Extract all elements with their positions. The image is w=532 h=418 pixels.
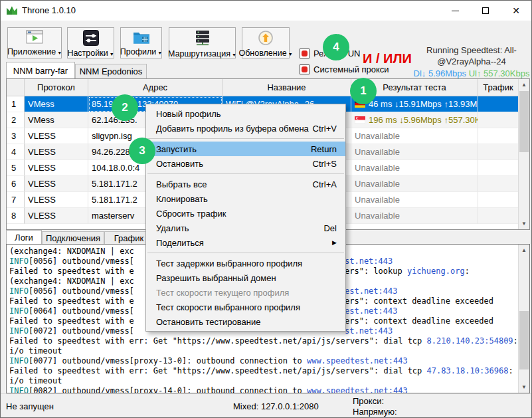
test-result-text: Unavailable	[355, 195, 400, 205]
log-scroll-up-icon[interactable]: ▲	[519, 245, 529, 256]
column-traffic[interactable]: Трафик	[478, 79, 518, 96]
toolbar-button-label: Обновление▼	[238, 49, 292, 58]
annotation-circle-3: 3	[129, 138, 155, 164]
cell-traffic	[478, 208, 518, 224]
cell-protocol: VLESS	[25, 192, 88, 208]
menu-item-label: Новый профиль	[156, 109, 337, 119]
cell-protocol: VLESS	[25, 160, 88, 176]
menu-item-label: Запустить	[156, 144, 311, 154]
toolbar-button-label: Приложение▼	[7, 47, 62, 56]
mixed-listen-address: Mixed: 127.0.0.1:2080	[233, 401, 319, 411]
minimize-button[interactable]	[440, 1, 470, 21]
maximize-button[interactable]	[470, 1, 501, 21]
menu-separator	[147, 253, 344, 253]
column-protocol[interactable]: Протокол	[25, 79, 88, 96]
menu-item-share[interactable]: Поделиться▶	[146, 235, 345, 250]
menu-item-speedtest-selected[interactable]: Тест скорости выбранного профиля	[146, 300, 345, 314]
menu-item-label: Поделиться	[156, 238, 332, 248]
cell-test-result: Unavailable	[351, 176, 478, 192]
menu-item-latency-test-selected[interactable]: Тест задержки выбранного профиля	[146, 256, 345, 270]
column-address[interactable]: Адрес	[88, 79, 222, 96]
menu-item-add-from-clipboard[interactable]: Добавить профиль из буфера обменаCtrl+V	[146, 121, 345, 136]
log-line: Failed to speedtest with err: Get "https…	[9, 366, 517, 376]
tab-connections[interactable]: Подключения	[42, 231, 104, 244]
tab-nnm-epodonios[interactable]: NNM Epodonios	[75, 64, 147, 78]
speedtest-status-line1: Running Speedtest: All-	[412, 45, 531, 56]
menu-item-label: Тест задержки выбранного профиля	[156, 259, 337, 268]
toolbar-button-update[interactable]: Обновление▼	[242, 27, 290, 58]
proxy-label: Прокси:	[353, 396, 397, 407]
menu-item-label: Выбрать все	[156, 179, 313, 189]
menu-item-select-all[interactable]: Выбрать всеCtrl+A	[146, 177, 345, 191]
menu-item-run[interactable]: ЗапуститьReturn	[146, 142, 345, 156]
cell-traffic	[478, 96, 518, 112]
menu-item-reset-traffic[interactable]: Сбросить трафик	[146, 206, 345, 221]
test-result-text: 196 ms ↓5.96Mbps ↑557.30Kbps	[369, 115, 478, 125]
column-number[interactable]	[7, 79, 25, 96]
menu-shortcut: Return	[311, 144, 337, 154]
log-scroll-thumb[interactable]	[519, 311, 529, 369]
cell-traffic	[478, 176, 518, 192]
cell-test-result: Unavailable	[351, 144, 478, 160]
proxy-status: Прокси: Напрямую:	[353, 396, 397, 417]
menu-item-label: Клонировать	[156, 194, 337, 204]
status-bar: Не запущен Mixed: 127.0.0.1:2080 Прокси:…	[1, 393, 531, 417]
menu-item-stop[interactable]: ОстановитьCtrl+S	[146, 156, 345, 171]
annotation-circle-4: 4	[323, 34, 349, 60]
menu-item-speedtest-current: Тест скорости текущего профиля	[146, 285, 345, 300]
window-title: Throne 1.0.10	[22, 5, 76, 15]
test-result-text: Unavailable	[355, 211, 400, 221]
log-scrollbar[interactable]: ▲ ▼	[518, 245, 529, 393]
menu-item-resolve-selected-domain[interactable]: Разрешить выбранный домен	[146, 270, 345, 285]
dropdown-caret-icon: ▼	[110, 52, 114, 56]
checkbox-tun-mode-icon	[300, 49, 310, 58]
row-number: 3	[7, 128, 25, 144]
row-number: 5	[7, 160, 25, 176]
menu-item-new-profile[interactable]: Новый профиль	[146, 106, 345, 121]
toolbar-button-label: Маршрутизация▼	[168, 49, 236, 58]
toolbar-button-routing[interactable]: Маршрутизация▼	[169, 27, 236, 58]
log-line: Failed to speedtest with err: Get "https…	[9, 336, 517, 346]
toolbar-button-app[interactable]: Приложение▼	[7, 27, 62, 58]
test-result-text: 46 ms ↓15.91Mbps ↑13.93Mbps	[369, 99, 478, 109]
toolbar-button-settings[interactable]: Настройки▼	[67, 27, 114, 58]
menu-item-label: Разрешить выбранный домен	[156, 273, 337, 283]
table-scroll-down-icon[interactable]: ▼	[519, 218, 529, 229]
cell-test-result: Unavailable	[351, 208, 478, 224]
menu-item-label: Удалить	[156, 223, 323, 233]
annotation-circle-2: 2	[112, 94, 138, 121]
cell-protocol: VLESS	[25, 176, 88, 192]
row-number: 2	[7, 112, 25, 128]
run-status: Не запущен	[6, 401, 54, 411]
menu-item-label: Остановить тестирование	[156, 317, 337, 327]
table-scroll-up-icon[interactable]: ▲	[519, 79, 529, 90]
menu-item-delete[interactable]: УдалитьDel	[146, 221, 345, 235]
cell-protocol: VMess	[25, 96, 88, 112]
menu-shortcut: Ctrl+S	[313, 159, 337, 169]
menu-item-clone[interactable]: Клонировать	[146, 191, 345, 206]
menu-item-label: Тест скорости выбранного профиля	[156, 302, 337, 312]
flag-sg-icon	[355, 116, 365, 124]
tab-nnm-barry-far[interactable]: NNM barry-far	[6, 62, 75, 78]
submenu-arrow-icon: ▶	[332, 239, 337, 246]
cell-test-result: 196 ms ↓5.96Mbps ↑557.30Kbps	[351, 112, 478, 128]
close-button[interactable]: ✕	[501, 1, 531, 21]
cell-traffic	[478, 112, 518, 128]
menu-item-stop-testing[interactable]: Остановить тестирование	[146, 314, 345, 329]
tab-logs[interactable]: Логи	[6, 230, 42, 244]
table-scrollbar[interactable]: ▲ ▼	[518, 79, 529, 229]
row-number: 8	[7, 208, 25, 224]
toolbar-button-profiles[interactable]: Профили▼	[120, 27, 162, 58]
menu-separator	[147, 138, 344, 139]
table-scroll-thumb[interactable]	[519, 91, 529, 152]
log-line: i/o timeout	[9, 346, 517, 356]
table-header: ПротоколАдресНазваниеРезультат тестаТраф…	[7, 79, 518, 96]
row-number: 4	[7, 144, 25, 160]
settings-icon	[83, 30, 99, 49]
log-scroll-down-icon[interactable]: ▼	[519, 381, 529, 393]
menu-item-label: Сбросить трафик	[156, 209, 337, 219]
column-name[interactable]: Название	[222, 79, 351, 96]
menu-shortcut: Ctrl+V	[313, 124, 337, 134]
toolbar-button-label: Профили▼	[120, 47, 162, 56]
test-result-text: Unavailable	[355, 179, 400, 189]
